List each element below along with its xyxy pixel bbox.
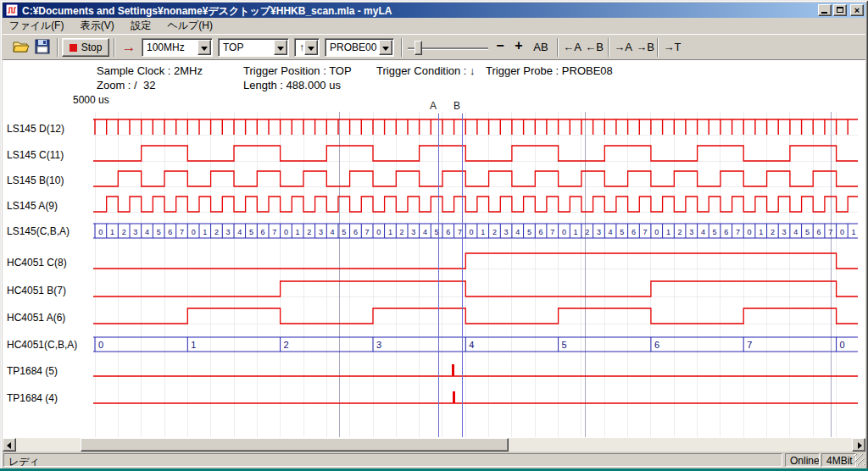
goto-marker-a-right-button[interactable]: →A [613,41,633,56]
resize-grip[interactable] [854,454,865,465]
channel-label: LS145 A(9) [7,200,58,212]
toolbar-separator [57,38,58,57]
trigger-position-select[interactable]: TOP [218,38,289,57]
bus-value: 6 [353,228,358,236]
zoom-slider-thumb[interactable] [415,41,422,55]
channel-trace [93,171,858,186]
chevron-down-icon[interactable] [198,40,211,55]
scrollbar-thumb[interactable] [81,438,509,452]
menu-help[interactable]: ヘルプ(H) [160,18,220,34]
menu-file[interactable]: ファイル(F) [3,18,70,34]
scroll-left-button[interactable] [3,438,16,452]
bus-value: 7 [458,228,462,236]
maximize-button[interactable] [833,4,847,16]
bus-value: 2 [284,340,289,350]
minimize-button[interactable] [818,4,832,16]
channel-row: LS145 C(11) [7,146,858,161]
channel-row: HC4051 C(8) [7,253,858,269]
pulse-mark [453,391,455,403]
ab-button[interactable]: AB [530,41,552,56]
bus-value: 5 [157,228,161,236]
bus-value: 7 [828,228,832,236]
bus-value: 5 [620,228,624,236]
trigger-condition-text: Trigger Condition : ↓ [376,64,476,77]
arrow-left-icon [7,442,11,449]
trigger-probe-text: Trigger Probe : PROBE08 [486,64,613,77]
channel-row: LS145(C,B,A)0123456701234567012345670123… [7,224,858,238]
window-title: C:¥Documents and Settings¥noname¥デスクトップ¥… [22,4,392,19]
bus-value: 2 [678,228,682,236]
goto-marker-b-left-button[interactable]: ←B [584,41,604,56]
minimize-icon [821,12,827,14]
goto-marker-a-left-button[interactable]: ←A [562,41,582,56]
trigger-probe-select[interactable]: PROBE00 [325,38,394,57]
channel-label: HC4051 A(6) [7,312,65,324]
menu-settings[interactable]: 設定 [124,18,158,34]
bus-value: 1 [574,228,578,236]
bus-value: 1 [759,228,763,236]
save-button[interactable] [35,39,53,56]
bus-value: 7 [736,228,740,236]
bus-value: 1 [296,228,300,236]
close-button[interactable]: × [850,4,864,16]
toolbar-separator [608,38,609,57]
bus-value: 4 [515,228,520,236]
channel-trace [93,253,858,269]
bus-value: 4 [145,228,149,236]
bus-value: 0 [840,340,845,350]
cursor-label: B [453,100,460,112]
open-button[interactable] [13,39,31,56]
run-button[interactable]: → [120,38,138,57]
chevron-down-icon[interactable] [274,40,287,55]
arrow-right-icon [858,442,862,449]
channel-trace [93,197,858,212]
title-bar[interactable]: C:¥Documents and Settings¥noname¥デスクトップ¥… [3,3,865,18]
channel-trace [93,308,858,324]
menu-view[interactable]: 表示(V) [74,18,121,34]
channel-trace [93,146,858,161]
bus-value: 3 [133,228,137,236]
bus-value: 2 [307,228,311,236]
bus-value: 3 [689,228,693,236]
grid [93,112,858,437]
bus-value: 4 [609,228,613,236]
channel-row: LS145 B(10) [7,171,858,186]
bus-value: 4 [237,228,242,236]
bus-value: 6 [539,228,543,236]
pulse-mark [452,364,454,376]
bus-value: 2 [492,228,497,236]
bus-value: 5 [435,228,439,236]
floppy-disk-icon [35,39,50,54]
bus-value: 5 [713,228,717,236]
scroll-right-button[interactable] [852,438,865,452]
bus-value: 7 [365,228,370,236]
channel-label: TP1684 (4) [7,392,58,404]
bus-value: 0 [284,228,288,236]
bus-value: 5 [342,228,346,236]
bus-value: 7 [550,228,554,236]
cursor-markers: AB [430,100,463,437]
chevron-down-icon[interactable] [304,40,318,55]
channel-label: HC4051 B(7) [7,285,66,296]
status-bar: レディ Online 4MBit [3,452,865,468]
channel-row: HC4051(C,B,A)012345670 [7,337,858,352]
bus-value: 6 [168,228,172,236]
trigger-edge-select[interactable]: ↑ [294,38,320,57]
bus-value: 0 [98,228,103,236]
bus-value: 0 [840,228,844,236]
zoom-in-button[interactable]: + [511,38,526,53]
goto-marker-b-right-button[interactable]: →B [635,41,655,56]
stop-button[interactable]: Stop [62,38,109,57]
bus-value: 4 [469,340,474,350]
bus-value: 7 [180,228,184,236]
trigger-position-text: Trigger Position : TOP [243,64,352,77]
goto-trigger-button[interactable]: →T [662,41,682,56]
sample-clock-select[interactable]: 100MHz [142,38,213,57]
zoom-out-button[interactable]: − [492,38,508,53]
bus-value: 7 [272,228,276,236]
chevron-down-icon[interactable] [379,40,392,55]
bus-value: 2 [400,228,404,236]
horizontal-scrollbar[interactable] [3,438,865,452]
channel-row: LS145 A(9) [7,197,858,212]
channel-label: HC4051(C,B,A) [7,339,77,351]
